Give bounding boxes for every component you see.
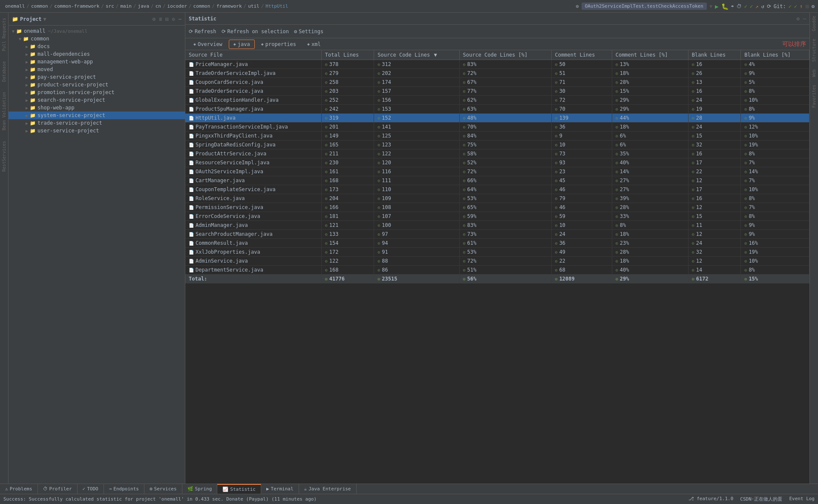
table-row[interactable]: 📄PermissionService.java ⊙166 ⊙108 ⊙65% ⊙…	[185, 203, 809, 212]
table-row[interactable]: 📄OAuth2ServiceImpl.java ⊙161 ⊙116 ⊙72% ⊙…	[185, 167, 809, 176]
tab-terminal[interactable]: ▶ Terminal	[261, 484, 299, 494]
breadcrumb-src[interactable]: src	[104, 3, 116, 9]
profile-button[interactable]: ⏱	[737, 3, 742, 9]
debug-button[interactable]: 🐛	[721, 3, 729, 10]
structure-icon[interactable]: Structure	[811, 37, 817, 63]
breadcrumb-java[interactable]: java	[136, 3, 151, 9]
tree-item-common[interactable]: ▼ 📁 common	[9, 35, 185, 43]
git-branch[interactable]: ⎇ feature/1.1.0	[688, 496, 734, 502]
table-row[interactable]: 📄TradeOrderService.java ⊙203 ⊙157 ⊙77% ⊙…	[185, 87, 809, 96]
refresh-icon[interactable]: ⟳	[767, 3, 771, 9]
tree-item-trade[interactable]: ▶ 📁 trade-service-project	[9, 119, 185, 127]
event-log[interactable]: Event Log	[789, 496, 815, 502]
tab-xml[interactable]: ◈ xml	[302, 40, 325, 49]
col-source-file[interactable]: Source File	[185, 50, 321, 60]
run-config-label[interactable]: OAuth2ServiceImplTest.testCheckAccessTok…	[582, 3, 707, 10]
tab-overview[interactable]: ◈ Overview	[189, 40, 227, 49]
tab-java[interactable]: ◈ java	[229, 40, 255, 49]
col-source-code-lines[interactable]: Source Code Lines ▼	[374, 50, 459, 60]
tree-item-system[interactable]: ▶ 📁 system-service-project	[9, 112, 185, 119]
statistic-minimize-icon[interactable]: —	[803, 16, 806, 22]
table-row[interactable]: 📄ProductSpuManager.java ⊙242 ⊙153 ⊙63% ⊙…	[185, 105, 809, 114]
close-sidebar-icon[interactable]: —	[179, 16, 181, 22]
table-row[interactable]: 📄SearchProductManager.java ⊙133 ⊙97 ⊙73%…	[185, 230, 809, 239]
table-row[interactable]: 📄CartManager.java ⊙168 ⊙111 ⊙66% ⊙45 ⊙27…	[185, 176, 809, 185]
git-push[interactable]: ↑	[800, 3, 803, 9]
tab-endpoints[interactable]: → Endpoints	[104, 484, 144, 494]
table-row[interactable]: 📄PriceManager.java ⊙378 ⊙312 ⊙83% ⊙50 ⊙1…	[185, 60, 809, 69]
table-row[interactable]: 📄DepartmentService.java ⊙168 ⊙86 ⊙51% ⊙6…	[185, 266, 809, 275]
table-row[interactable]: 📄CouponCardService.java ⊙258 ⊙174 ⊙67% ⊙…	[185, 78, 809, 87]
table-row[interactable]: 📄GlobalExceptionHandler.java ⊙252 ⊙156 ⊙…	[185, 96, 809, 105]
dropdown-arrow[interactable]: ▼	[709, 3, 712, 9]
tree-item-promotion[interactable]: ▶ 📁 promotion-service-project	[9, 89, 185, 96]
collapse-all-icon[interactable]: ≡	[159, 16, 162, 22]
tab-services[interactable]: ⚙ Services	[144, 484, 182, 494]
col-blank-lines[interactable]: Blank Lines	[688, 50, 741, 60]
col-sc-pct[interactable]: Source Code Lines [%]	[459, 50, 551, 60]
tab-spring[interactable]: 🌿 Spring	[182, 484, 218, 494]
undo-icon[interactable]: ↺	[761, 3, 764, 9]
settings-button[interactable]: ⚙ Settings	[294, 29, 323, 34]
col-blank-pct[interactable]: Blank Lines [%]	[741, 50, 809, 60]
tree-item-docs[interactable]: ▶ 📁 docs	[9, 43, 185, 50]
expand-all-icon[interactable]: ⊟	[165, 16, 168, 22]
pull-requests-icon[interactable]: Pull Requests	[1, 16, 7, 53]
breadcrumb-cn[interactable]: cn	[154, 3, 163, 9]
tree-item-shop[interactable]: ▶ 📁 shop-web-app	[9, 104, 185, 112]
tree-item-moved[interactable]: ▶ 📁 moved	[9, 66, 185, 73]
table-row[interactable]: 📄XxlJobProperties.java ⊙172 ⊙91 ⊙53% ⊙49…	[185, 248, 809, 257]
sidebar-settings-icon[interactable]: ⚙	[172, 16, 175, 22]
favorites-icon[interactable]: Favorites	[811, 83, 817, 109]
breadcrumb-iocoder[interactable]: iocoder	[166, 3, 189, 9]
col-total-lines[interactable]: Total Lines	[321, 50, 374, 60]
tree-item-user[interactable]: ▶ 📁 user-service-project	[9, 127, 185, 135]
coverage-button[interactable]: ☂	[731, 3, 734, 9]
tab-profiler[interactable]: ⏱ Profiler	[38, 484, 78, 494]
table-row[interactable]: 📄RoleService.java ⊙204 ⊙109 ⊙53% ⊙79 ⊙39…	[185, 194, 809, 203]
tree-item-pay[interactable]: ▶ 📁 pay-service-project	[9, 73, 185, 81]
layout-icon[interactable]: ⊞	[805, 3, 809, 10]
locate-icon[interactable]: ⊙	[153, 16, 156, 22]
run-button[interactable]: ▶	[715, 3, 718, 10]
breadcrumb-httputil[interactable]: HttpUtil	[264, 3, 290, 9]
database-icon[interactable]: Database	[1, 60, 7, 83]
table-row[interactable]: 📄SpringDataRedisConfig.java ⊙165 ⊙123 ⊙7…	[185, 140, 809, 149]
table-row[interactable]: 📄PayTransactionServiceImpl.java ⊙201 ⊙14…	[185, 123, 809, 132]
tab-statistic[interactable]: 📈 Statistic	[217, 484, 261, 494]
table-row[interactable]: 📄CommonResult.java ⊙154 ⊙94 ⊙61% ⊙36 ⊙23…	[185, 239, 809, 248]
settings-icon[interactable]: ⚙	[812, 3, 815, 9]
tree-item-management[interactable]: ▶ 📁 management-web-app	[9, 58, 185, 66]
statistic-settings-icon[interactable]: ⚙	[797, 16, 800, 22]
tab-problems[interactable]: ⚠ Problems	[0, 484, 38, 494]
table-row[interactable]: 📄AdminService.java ⊙122 ⊙88 ⊙72% ⊙22 ⊙18…	[185, 257, 809, 266]
table-row[interactable]: 📄ProductAttrService.java ⊙211 ⊙122 ⊙58% …	[185, 149, 809, 158]
tree-item-root[interactable]: ▼ 📁 onemall ~/Java/onemall	[9, 27, 185, 35]
breadcrumb-util[interactable]: util	[246, 3, 261, 9]
table-row[interactable]: 📄AdminManager.java ⊙121 ⊙100 ⊙83% ⊙10 ⊙8…	[185, 221, 809, 230]
table-row[interactable]: 📄HttpUtil.java ⊙319 ⊙152 ⊙48% ⊙139 ⊙44% …	[185, 114, 809, 123]
tab-java-enterprise[interactable]: ☕ Java Enterprise	[299, 484, 357, 494]
breadcrumb-common-framework[interactable]: common-framework	[52, 3, 101, 9]
table-row[interactable]: 📄TradeOrderServiceImpl.java ⊙279 ⊙202 ⊙7…	[185, 69, 809, 78]
breadcrumb-onemall[interactable]: onemall	[3, 3, 26, 9]
bean-validation-icon[interactable]: Bean Validation	[1, 90, 7, 132]
col-comment-lines[interactable]: Comment Lines	[551, 50, 612, 60]
refresh-on-selection-button[interactable]: ⟳ Refresh on selection	[222, 29, 289, 34]
breadcrumb-common[interactable]: common	[29, 3, 50, 9]
refresh-button[interactable]: ⟳ Refresh	[189, 29, 216, 34]
tab-todo[interactable]: ✓ TODO	[78, 484, 104, 494]
rest-services-icon[interactable]: RestServices	[1, 139, 7, 173]
goodde-icon[interactable]: Goodde	[811, 14, 817, 32]
table-row[interactable]: 📄PingxxThirdPayClient.java ⊙149 ⊙125 ⊙84…	[185, 132, 809, 140]
tree-item-product[interactable]: ▶ 📁 product-service-project	[9, 81, 185, 89]
col-comment-pct[interactable]: Comment Lines [%]	[612, 50, 688, 60]
sidebar-dropdown-arrow[interactable]: ▼	[43, 16, 46, 22]
breadcrumb-framework[interactable]: framework	[215, 3, 244, 9]
breadcrumb-common2[interactable]: common	[192, 3, 212, 9]
table-row[interactable]: 📄CouponTemplateService.java ⊙173 ⊙110 ⊙6…	[185, 185, 809, 194]
tab-properties[interactable]: ◈ properties	[256, 40, 301, 49]
web-icon[interactable]: Web	[811, 68, 817, 78]
csdn-label[interactable]: CSDN·正在做人的蛋	[740, 496, 782, 502]
table-row[interactable]: 📄ResourceServiceImpl.java ⊙230 ⊙120 ⊙52%…	[185, 158, 809, 167]
